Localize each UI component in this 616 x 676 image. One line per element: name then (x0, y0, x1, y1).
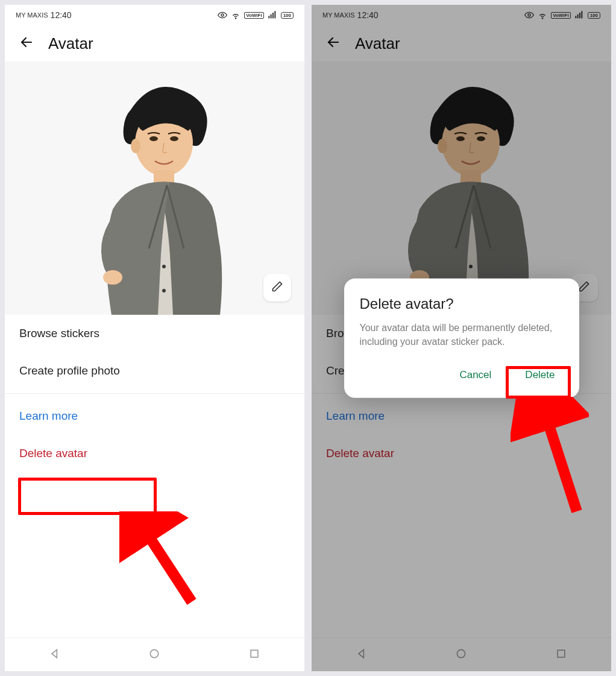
svg-point-12 (103, 270, 122, 285)
phone-screen-right: MY MAXIS 12:40 VoWiFi 100 Avatar (312, 5, 611, 671)
dialog-body: Your avatar data will be permanently del… (360, 320, 564, 348)
learn-more-link[interactable]: Learn more (5, 397, 304, 435)
svg-point-13 (162, 265, 166, 268)
annotation-arrow (119, 511, 204, 608)
phone-screen-left: MY MAXIS 12:40 VoWiFi 100 Avatar (5, 5, 304, 671)
eye-icon (218, 10, 227, 20)
edit-avatar-button[interactable] (263, 274, 291, 302)
divider (5, 393, 304, 394)
cancel-button[interactable]: Cancel (451, 364, 500, 386)
svg-point-10 (170, 136, 178, 141)
nav-back-icon[interactable] (49, 648, 61, 662)
svg-line-16 (140, 523, 192, 602)
dialog-actions: Cancel Delete (360, 364, 564, 386)
vowifi-icon: VoWiFi (244, 12, 263, 19)
carrier-label: MY MAXIS (16, 11, 48, 19)
svg-point-1 (236, 18, 236, 19)
svg-point-9 (149, 136, 158, 141)
signal-icon (268, 10, 277, 20)
svg-rect-4 (272, 13, 274, 18)
delete-avatar-dialog: Delete avatar? Your avatar data will be … (344, 278, 579, 397)
app-header: Avatar (5, 25, 304, 62)
svg-rect-3 (270, 14, 271, 19)
avatar-figure (77, 74, 233, 315)
android-nav-bar (5, 637, 304, 671)
status-bar: MY MAXIS 12:40 VoWiFi 100 (5, 5, 304, 25)
svg-rect-5 (274, 11, 275, 18)
nav-recent-icon[interactable] (248, 648, 260, 662)
svg-point-0 (221, 14, 224, 16)
delete-confirm-button[interactable]: Delete (517, 364, 563, 386)
create-profile-photo-option[interactable]: Create profile photo (5, 352, 304, 390)
svg-rect-2 (268, 16, 269, 18)
dialog-title: Delete avatar? (360, 295, 564, 312)
svg-point-14 (162, 289, 166, 292)
browse-stickers-option[interactable]: Browse stickers (5, 315, 304, 352)
back-icon[interactable] (19, 35, 34, 52)
delete-avatar-link[interactable]: Delete avatar (5, 435, 304, 472)
page-title: Avatar (48, 34, 93, 53)
nav-home-icon[interactable] (148, 648, 160, 662)
avatar-preview (5, 62, 304, 315)
svg-point-8 (131, 139, 140, 153)
svg-point-18 (151, 649, 159, 657)
battery-icon: 100 (281, 12, 294, 19)
options-list: Browse stickers Create profile photo Lea… (5, 315, 304, 472)
svg-marker-17 (52, 649, 57, 657)
pencil-icon (271, 280, 283, 295)
clock-label: 12:40 (51, 10, 72, 20)
annotation-highlight (18, 478, 157, 515)
svg-rect-19 (251, 650, 258, 657)
wifi-icon (231, 10, 240, 20)
